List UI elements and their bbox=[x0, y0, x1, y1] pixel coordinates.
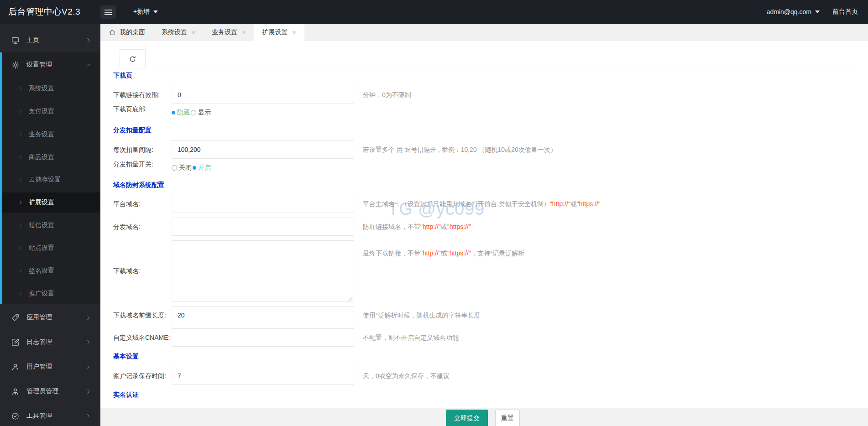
sidebar-item-user-management[interactable]: 用户管理 bbox=[0, 356, 100, 377]
hamburger-menu-button[interactable] bbox=[100, 5, 116, 19]
chevron-right-icon bbox=[85, 37, 91, 43]
sidebar-item-label: 日志管理 bbox=[26, 338, 85, 346]
radio-label-off[interactable]: 关闭 bbox=[179, 164, 192, 172]
divider bbox=[111, 69, 857, 69]
sidebar-item-label: 支付设置 bbox=[29, 107, 54, 115]
caret-down-icon bbox=[815, 10, 820, 13]
close-icon[interactable]: × bbox=[292, 29, 296, 36]
app-title: 后台管理中心V2.3 bbox=[8, 0, 80, 24]
sidebar-item-label: 工具管理 bbox=[26, 412, 85, 420]
radio-unselected[interactable] bbox=[191, 110, 196, 115]
sidebar-item-product-settings[interactable]: 商品设置 bbox=[0, 147, 100, 167]
submit-bar: 立即提交 重置 bbox=[100, 408, 868, 426]
chevron-right-icon bbox=[85, 315, 91, 321]
resize-grip-icon[interactable] bbox=[348, 296, 353, 301]
topbar: 后台管理中心V2.3 +新增 admin@qq.com 前台首页 bbox=[0, 0, 868, 24]
submit-button[interactable]: 立即提交 bbox=[446, 410, 488, 426]
gear-icon bbox=[11, 61, 20, 69]
caret-down-icon bbox=[153, 10, 158, 13]
sidebar-item-cloud-storage-settings[interactable]: 云储存设置 bbox=[0, 170, 100, 190]
radio-label-hide[interactable]: 隐藏 bbox=[177, 109, 190, 117]
radio-label-show[interactable]: 显示 bbox=[198, 109, 211, 117]
field-hint: 不配置，则不开启自定义域名功能 bbox=[363, 328, 459, 347]
active-group-indicator bbox=[0, 52, 2, 304]
sidebar-item-label: 短信设置 bbox=[29, 221, 54, 229]
tab-system-settings[interactable]: 系统设置 × bbox=[153, 24, 204, 41]
sidebar-item-label: 扩展设置 bbox=[29, 198, 54, 207]
sidebar-item-label: 站点设置 bbox=[29, 244, 54, 252]
chevron-right-icon bbox=[85, 413, 91, 419]
monitor-icon bbox=[11, 36, 20, 45]
download-domain-textarea[interactable] bbox=[172, 240, 354, 302]
sidebar-item-label: 推广设置 bbox=[29, 290, 54, 298]
chevron-down-icon bbox=[85, 62, 91, 68]
sidebar-item-admin-management[interactable]: 管理员管理 bbox=[0, 381, 100, 402]
reset-button[interactable]: 重置 bbox=[495, 410, 520, 426]
sidebar-item-settings[interactable]: 设置管理 bbox=[0, 54, 100, 75]
user-menu[interactable]: admin@qq.com bbox=[767, 8, 820, 16]
tab-business-settings[interactable]: 业务设置 × bbox=[204, 24, 254, 41]
sidebar: 主页 设置管理 系统设置 支付设置 业务设置 商品设置 云储存设置 扩展设置 短… bbox=[0, 24, 100, 426]
tab-extension-settings[interactable]: 扩展设置 × bbox=[254, 24, 304, 41]
sidebar-item-app-management[interactable]: 应用管理 bbox=[0, 307, 100, 328]
close-icon[interactable]: × bbox=[242, 29, 246, 36]
sidebar-item-payment-settings[interactable]: 支付设置 bbox=[0, 101, 100, 121]
close-icon[interactable]: × bbox=[192, 29, 195, 36]
dispatch-domain-input[interactable] bbox=[172, 218, 354, 236]
edit-icon bbox=[11, 338, 20, 347]
chevron-right-icon bbox=[18, 109, 23, 114]
tab-label: 业务设置 bbox=[212, 28, 237, 36]
sidebar-item-tool-management[interactable]: 工具管理 bbox=[0, 405, 100, 426]
chevron-right-icon bbox=[85, 389, 91, 395]
section-title-domain-guard: 域名防封系统配置 bbox=[113, 181, 164, 189]
platform-domain-input[interactable] bbox=[172, 195, 354, 213]
sidebar-item-signature-settings[interactable]: 签名设置 bbox=[0, 261, 100, 281]
sidebar-item-sms-settings[interactable]: 短信设置 bbox=[0, 215, 100, 235]
refresh-button[interactable] bbox=[120, 49, 146, 68]
sidebar-item-label: 应用管理 bbox=[26, 313, 85, 322]
sidebar-item-log-management[interactable]: 日志管理 bbox=[0, 332, 100, 353]
new-dropdown[interactable]: +新增 bbox=[133, 0, 158, 24]
deduct-switch-radio-group: 关闭 开启 bbox=[172, 162, 212, 173]
radio-label-on[interactable]: 开启 bbox=[198, 164, 211, 172]
sidebar-item-label: 设置管理 bbox=[26, 61, 85, 69]
deduct-interval-input[interactable] bbox=[172, 140, 354, 159]
field-hint: 最终下载链接，不带"http://"或"https://"，支持*记录泛解析 bbox=[363, 244, 524, 262]
home-icon bbox=[109, 29, 116, 36]
field-hint: 平台主域名，（设置以后只能用此域名打开前台,类似于安全机制）"http://"或… bbox=[363, 195, 601, 213]
sidebar-item-label: 用户管理 bbox=[26, 363, 85, 371]
radio-selected[interactable] bbox=[193, 166, 196, 170]
field-hint: 分钟，0为不限制 bbox=[363, 86, 411, 104]
sidebar-item-site-settings[interactable]: 站点设置 bbox=[0, 238, 100, 258]
page-footer-radio-group: 隐藏 显示 bbox=[172, 107, 212, 118]
sidebar-item-home[interactable]: 主页 bbox=[0, 30, 100, 51]
sidebar-item-promotion-settings[interactable]: 推广设置 bbox=[0, 284, 100, 304]
chevron-right-icon bbox=[18, 291, 23, 296]
chevron-right-icon bbox=[18, 177, 23, 182]
tab-label: 扩展设置 bbox=[262, 28, 288, 36]
chevron-right-icon bbox=[18, 246, 23, 250]
section-title-basic: 基本设置 bbox=[113, 353, 139, 361]
radio-selected[interactable] bbox=[172, 111, 175, 114]
sidebar-item-extension-settings[interactable]: 扩展设置 bbox=[0, 192, 100, 213]
chevron-right-icon bbox=[18, 200, 23, 205]
cname-input[interactable] bbox=[172, 328, 354, 347]
badge-check-icon bbox=[11, 412, 20, 421]
tab-label: 我的桌面 bbox=[120, 28, 145, 36]
field-hint: 防红链接域名，不带"http://"或"https://" bbox=[363, 218, 471, 236]
sidebar-item-system-settings[interactable]: 系统设置 bbox=[0, 78, 100, 99]
field-hint: 若设置多个 用 逗号(,)隔开 , 举例：10,20 （随机10或20次偷量一次… bbox=[363, 140, 557, 159]
sidebar-item-label: 商品设置 bbox=[29, 153, 54, 161]
refresh-icon bbox=[129, 55, 136, 63]
sidebar-item-business-settings[interactable]: 业务设置 bbox=[0, 125, 100, 145]
account-keep-input[interactable] bbox=[172, 367, 354, 385]
prefix-length-input[interactable] bbox=[172, 306, 354, 324]
frontend-home-link[interactable]: 前台首页 bbox=[832, 8, 858, 16]
sidebar-item-label: 主页 bbox=[26, 36, 85, 44]
user-icon bbox=[11, 363, 20, 371]
link-expiry-input[interactable] bbox=[172, 86, 354, 104]
tab-my-desktop[interactable]: 我的桌面 bbox=[100, 24, 153, 41]
chevron-right-icon bbox=[18, 86, 23, 91]
radio-unselected[interactable] bbox=[172, 165, 177, 171]
tab-label: 系统设置 bbox=[162, 28, 187, 36]
